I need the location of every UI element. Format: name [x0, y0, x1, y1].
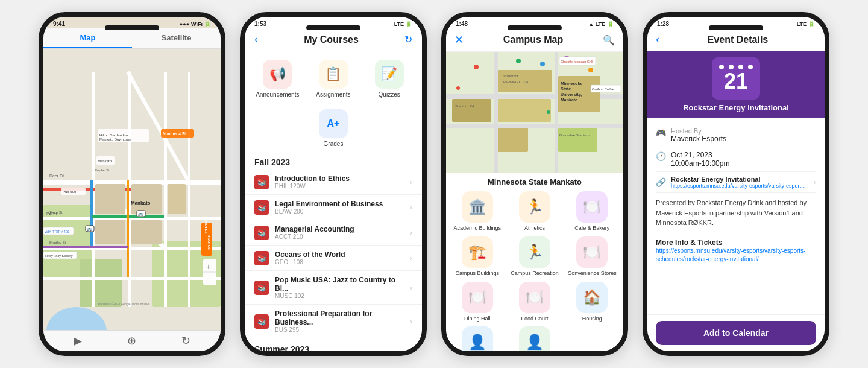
more-info-link[interactable]: https://esports.mnsu.edu/varsity-esports… — [656, 247, 816, 264]
category-dining-hall[interactable]: 🍽️ Dining Hall — [451, 282, 503, 322]
category-campus-buildings[interactable]: 🏗️ Campus Buildings — [451, 236, 503, 277]
event-link-row[interactable]: 🔗 Rockstar Energy Invitational https://e… — [656, 172, 816, 193]
svg-point-81 — [547, 110, 550, 114]
phone-campus-map: 1:48 ▲ LTE🔋 ✕ Campus Map 🔍 — [441, 12, 628, 356]
event-scroll[interactable]: 🎮 Hosted By Maverick Esports 🕐 Oct 21, 2… — [647, 118, 825, 314]
hosted-by-row: 🎮 Hosted By Maverick Esports — [656, 124, 816, 147]
svg-text:Chipotle Mexican Grill: Chipotle Mexican Grill — [561, 60, 593, 63]
course-row-professional[interactable]: 📚 Professional Preparation for Business.… — [245, 305, 422, 338]
courses-icons-row: 📢 Announcements 📋 Assignments 📝 Quizzes — [245, 51, 422, 103]
course-row-accounting[interactable]: 📚 Managerial Accounting ACCT 210 › — [245, 220, 422, 246]
svg-text:ROUTES: ROUTES — [207, 235, 211, 250]
event-date-number: 21 — [724, 71, 748, 92]
dining-hall-label: Dining Hall — [464, 316, 491, 322]
courses-title: My Courses — [258, 34, 404, 45]
location-icon[interactable]: ⊕ — [127, 334, 136, 347]
svg-rect-21 — [131, 184, 162, 214]
status-icons-campus: ▲ LTE🔋 — [588, 21, 614, 27]
refresh-button[interactable]: ↻ — [404, 34, 412, 45]
announcements-item[interactable]: 📢 Announcements — [256, 60, 298, 98]
grades-item[interactable]: A+ Grades — [312, 109, 354, 147]
category-student-services[interactable]: 👤 Student Services — [508, 326, 561, 351]
quizzes-item[interactable]: 📝 Quizzes — [368, 60, 410, 98]
course-row-legal[interactable]: 📚 Legal Environment of Business BLAW 200… — [245, 195, 422, 220]
search-button[interactable]: 🔍 — [603, 34, 615, 46]
svg-rect-24 — [168, 184, 186, 214]
course-row-music[interactable]: 📚 Pop Music USA: Jazz to Country to Bl..… — [245, 271, 422, 305]
svg-text:PARKING LOT 4: PARKING LOT 4 — [503, 80, 528, 84]
housing-icon: 🏠 — [576, 282, 608, 313]
campus-map-image[interactable]: Visitor lot PARKING LOT 4 Minnesota Stat… — [446, 52, 623, 173]
notch-4 — [748, 65, 753, 69]
category-athletics[interactable]: 🏃 Athletics — [508, 191, 561, 232]
more-info-title: More Info & Tickets — [656, 238, 816, 247]
category-cafe-bakery[interactable]: 🍽️ Cafe & Bakery — [566, 191, 618, 232]
student-services-icon: 👤 — [519, 326, 550, 351]
campus-buildings-label: Campus Buildings — [455, 270, 499, 277]
status-bar-event: 1:28 LTE🔋 — [647, 17, 825, 28]
event-link-title: Rockstar Energy Invitational — [671, 176, 809, 183]
chevron-oceans: › — [410, 254, 412, 262]
courses-scroll[interactable]: Fall 2023 📚 Introduction to Ethics PHIL … — [245, 151, 422, 351]
category-landmarks[interactable]: 👤 Landmarks — [451, 326, 503, 351]
svg-text:Mankato: Mankato — [561, 98, 577, 102]
event-title: Rockstar Energy Invitational — [677, 103, 795, 112]
svg-rect-66 — [558, 128, 597, 152]
link-icon: 🔗 — [656, 177, 666, 187]
phone-event-details: 1:28 LTE🔋 ‹ Event Details 21 Rockstar En… — [643, 12, 829, 356]
chevron-ethics: › — [410, 178, 412, 186]
course-icon-oceans: 📚 — [254, 251, 269, 265]
course-text-legal: Legal Environment of Business BLAW 200 — [275, 200, 404, 215]
status-bar-courses: 1:53 LTE🔋 — [245, 17, 422, 28]
category-campus-recreation[interactable]: 🏃 Campus Recreation — [508, 236, 561, 277]
phone-courses: 1:53 LTE🔋 ‹ My Courses ↻ 📢 Announcements… — [240, 12, 427, 356]
chevron-legal: › — [410, 203, 412, 212]
campus-map-svg: Visitor lot PARKING LOT 4 Minnesota Stat… — [446, 52, 623, 173]
event-date-value: Oct 21, 2023 — [671, 151, 816, 159]
svg-text:PARK: PARK — [46, 212, 58, 216]
course-text-oceans: Oceans of the World GEOL 108 — [275, 250, 404, 265]
svg-text:Number 4 St: Number 4 St — [163, 132, 186, 136]
chevron-music: › — [410, 284, 412, 292]
refresh-icon[interactable]: ↻ — [181, 334, 190, 347]
notch-1 — [719, 65, 724, 69]
svg-rect-23 — [131, 220, 162, 244]
course-row-oceans[interactable]: 📚 Oceans of the World GEOL 108 › — [245, 246, 422, 271]
map-area[interactable]: Deer Trl Poplar St State St Bradley St M… — [43, 49, 221, 330]
category-convenience-stores[interactable]: 🍽️ Convenience Stores — [566, 236, 618, 277]
assignments-item[interactable]: 📋 Assignments — [312, 60, 354, 98]
clock-icon: 🕐 — [656, 151, 666, 161]
close-button[interactable]: ✕ — [454, 33, 464, 46]
course-icon-professional: 📚 — [254, 314, 269, 329]
svg-text:Minnesota: Minnesota — [561, 81, 582, 86]
play-icon[interactable]: ▶ — [74, 334, 82, 347]
course-row-ethics[interactable]: 📚 Introduction to Ethics PHIL 120W › — [245, 170, 422, 195]
status-time-courses: 1:53 — [254, 21, 266, 27]
tab-map[interactable]: Map — [43, 28, 132, 48]
campus-recreation-label: Campus Recreation — [511, 270, 559, 277]
status-time-event: 1:28 — [657, 21, 669, 27]
hosted-by-content: Hosted By Maverick Esports — [671, 127, 816, 143]
esports-icon: 🎮 — [656, 128, 666, 138]
svg-point-79 — [588, 68, 593, 72]
category-academic-buildings[interactable]: 🏛️ Academic Buildings — [451, 191, 503, 232]
announcements-icon: 📢 — [263, 60, 292, 89]
campus-subtitle: Minnesota State Mankato — [451, 173, 618, 189]
svg-rect-60 — [555, 52, 558, 173]
svg-rect-58 — [446, 124, 623, 128]
tab-satellite[interactable]: Satellite — [132, 28, 221, 48]
category-food-court[interactable]: 🍽️ Food Court — [508, 282, 561, 322]
category-housing[interactable]: 🏠 Housing — [566, 282, 618, 322]
add-to-calendar-button[interactable]: Add to Calendar — [656, 321, 816, 345]
svg-point-76 — [516, 59, 521, 63]
course-text-professional: Professional Preparation for Business...… — [275, 309, 404, 333]
svg-text:Mankato Downtown: Mankato Downtown — [99, 138, 131, 141]
svg-point-75 — [474, 65, 479, 69]
grades-icon: A+ — [319, 109, 348, 138]
assignments-icon: 📋 — [319, 60, 348, 89]
course-text-music: Pop Music USA: Jazz to Country to Bl... … — [275, 276, 404, 299]
event-description: Presented by Rockstar Energy Drink and h… — [656, 193, 816, 233]
status-icons-courses: LTE🔋 — [394, 21, 412, 27]
svg-text:Poplar St: Poplar St — [95, 168, 110, 172]
phone-map: 9:41 ●●●WiFi🔋 Map Satellite — [39, 12, 225, 356]
